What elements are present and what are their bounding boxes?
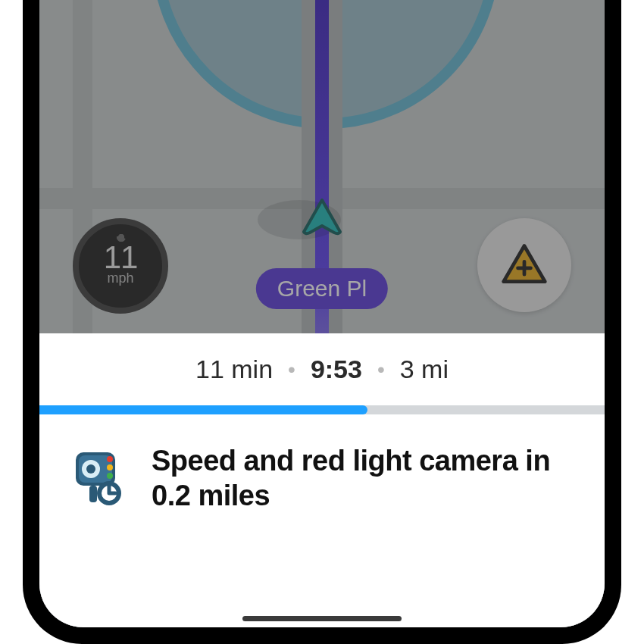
trip-progress-fill xyxy=(39,405,367,414)
bullet-separator: • xyxy=(288,358,295,382)
speedometer[interactable]: 11 mph xyxy=(73,218,168,314)
bullet-separator: • xyxy=(377,358,385,382)
svg-point-4 xyxy=(107,456,113,462)
trip-panel[interactable]: 11 min • 9:53 • 3 mi xyxy=(39,333,605,627)
report-hazard-button[interactable] xyxy=(477,218,571,312)
speed-camera-icon xyxy=(73,448,130,505)
trip-progress-bar xyxy=(39,405,605,414)
warning-plus-icon xyxy=(499,240,549,290)
screen: Green Pl 11 mph 11 min • 9:53 • 3 mi xyxy=(39,0,605,627)
street-label: Green Pl xyxy=(256,268,388,309)
arrow-up-icon xyxy=(299,195,345,241)
eta-distance: 3 mi xyxy=(400,355,449,384)
phone-frame: Green Pl 11 mph 11 min • 9:53 • 3 mi xyxy=(23,0,621,644)
camera-alert-text: Speed and red light camera in 0.2 miles xyxy=(152,443,571,514)
svg-point-5 xyxy=(107,464,113,470)
home-indicator[interactable] xyxy=(242,616,402,621)
camera-alert[interactable]: Speed and red light camera in 0.2 miles xyxy=(39,414,605,514)
svg-point-3 xyxy=(86,464,95,474)
svg-point-6 xyxy=(107,473,113,479)
svg-rect-7 xyxy=(89,486,97,502)
eta-arrival-time: 9:53 xyxy=(311,355,362,384)
eta-duration: 11 min xyxy=(195,355,273,384)
eta-row: 11 min • 9:53 • 3 mi xyxy=(39,333,605,384)
vehicle-marker xyxy=(299,195,345,241)
